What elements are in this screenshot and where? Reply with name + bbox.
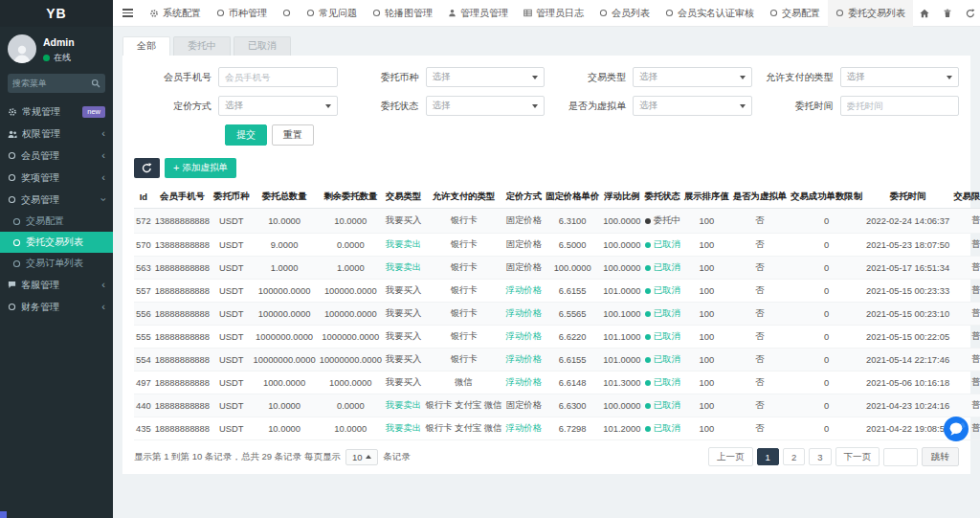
- cell-status: 已取消: [642, 234, 682, 257]
- sidebar-item[interactable]: 财务管理‹: [0, 296, 113, 318]
- cell-time: 2021-05-23 18:07:50: [864, 234, 951, 257]
- pay-type-select[interactable]: 选择: [840, 67, 960, 87]
- online-label: 在线: [54, 52, 71, 64]
- sidebar-item-label: 财务管理: [21, 301, 101, 314]
- tab-全部[interactable]: 全部: [122, 36, 170, 56]
- filter-status: 委托状态选择: [342, 96, 546, 116]
- member-phone-field[interactable]: [225, 72, 331, 82]
- page-button-1[interactable]: 1: [757, 448, 779, 465]
- cell-phone: 18888888888: [153, 280, 212, 303]
- time-field[interactable]: [847, 101, 953, 111]
- topnav-item[interactable]: 委托交易列表: [828, 0, 913, 27]
- table-body: 57213888888888USDT10.000010.0000我要买入银行卡固…: [134, 209, 980, 440]
- cell-sort: 100: [682, 372, 731, 394]
- cell-status: 已取消: [642, 303, 682, 326]
- sidebar-item[interactable]: 奖项管理‹: [0, 167, 113, 189]
- column-header: Id: [134, 186, 153, 209]
- sidebar-subitem-label: 交易配置: [26, 214, 105, 228]
- topnav-right: Admin: [913, 0, 980, 27]
- cell-sort: 100: [682, 234, 731, 257]
- topnav-item-label: 管理员管理: [460, 7, 508, 20]
- filter-pay-type: 允许支付的类型选择: [756, 67, 960, 87]
- topnav-item[interactable]: [275, 0, 299, 27]
- reset-button[interactable]: 重置: [272, 124, 314, 146]
- sidebar-item[interactable]: 客服管理‹: [0, 274, 113, 296]
- refresh-icon[interactable]: [959, 0, 980, 27]
- topnav-item[interactable]: 交易配置: [762, 0, 828, 27]
- cell-trade-type: 我要买入: [384, 209, 424, 234]
- caret-down-icon: [740, 76, 746, 79]
- refresh-table-button[interactable]: [134, 158, 160, 178]
- cell-price: 6.6155: [544, 349, 601, 372]
- menu-search-input[interactable]: [12, 79, 91, 88]
- hamburger-menu-icon[interactable]: [113, 0, 142, 27]
- topnav-item[interactable]: 系统配置: [142, 0, 209, 27]
- topnav-item[interactable]: 管理员管理: [440, 0, 516, 27]
- sidebar-item[interactable]: 交易管理‹: [0, 189, 113, 211]
- filter-label: 是否为虚拟单: [548, 100, 633, 113]
- column-header: 委托状态: [642, 186, 682, 209]
- cell-total: 9.0000: [252, 234, 318, 257]
- home-icon[interactable]: [913, 0, 936, 27]
- circle-icon: [599, 9, 608, 17]
- sidebar-item[interactable]: 常规管理new: [0, 101, 113, 123]
- topnav-item[interactable]: 管理员日志: [516, 0, 591, 27]
- cell-phone: 18888888888: [153, 372, 212, 394]
- topnav-item[interactable]: 轮播图管理: [365, 0, 440, 27]
- cell-status: 委托中: [642, 209, 682, 234]
- column-header: 允许支付的类型: [423, 186, 503, 209]
- topnav-items: 系统配置币种管理常见问题轮播图管理管理员管理管理员日志会员列表会员实名认证审核交…: [142, 0, 913, 27]
- coin-select[interactable]: 选择: [426, 67, 546, 87]
- filter-actions: 提交 重置: [225, 124, 959, 146]
- cell-virtual: 否: [731, 326, 789, 349]
- next-page-button[interactable]: 下一页: [835, 447, 880, 466]
- topnav-item-label: 交易配置: [782, 7, 820, 20]
- sidebar-subitem[interactable]: 交易订单列表: [0, 253, 113, 274]
- cell-id: 435: [134, 417, 153, 440]
- page-button-3[interactable]: 3: [809, 448, 831, 465]
- topnav-item[interactable]: 币种管理: [209, 0, 275, 27]
- page-size-select[interactable]: 10: [345, 449, 379, 465]
- status-dot-icon: [645, 357, 651, 363]
- column-header: 会员手机号: [153, 186, 212, 209]
- chevron-left-icon: ‹: [101, 280, 105, 290]
- page-button-2[interactable]: 2: [783, 448, 805, 465]
- jump-page-input[interactable]: [883, 448, 918, 466]
- status-select[interactable]: 选择: [426, 96, 546, 116]
- pricing-select[interactable]: 选择: [218, 96, 338, 116]
- sidebar-item-label: 常规管理: [22, 105, 80, 119]
- jump-button[interactable]: 跳转: [922, 447, 959, 466]
- search-icon[interactable]: [91, 79, 100, 88]
- cell-time: 2021-05-17 16:51:34: [864, 257, 951, 280]
- gear-icon: [149, 9, 159, 18]
- cell-time: 2021-05-06 10:16:18: [864, 372, 951, 394]
- cell-total: 1.0000: [252, 257, 318, 280]
- sidebar-subitem[interactable]: 委托交易列表: [0, 232, 113, 253]
- chat-button[interactable]: [944, 417, 969, 441]
- sidebar-item-label: 会员管理: [21, 149, 101, 163]
- table-row: 57213888888888USDT10.000010.0000我要买入银行卡固…: [134, 209, 980, 234]
- topnav-item[interactable]: 会员列表: [591, 0, 657, 27]
- sidebar-subitem[interactable]: 交易配置: [0, 211, 113, 232]
- topnav-item[interactable]: 常见问题: [299, 0, 365, 27]
- virtual-select[interactable]: 选择: [633, 96, 752, 116]
- submit-button[interactable]: 提交: [225, 124, 267, 146]
- cell-remain: 100000.0000: [318, 303, 384, 326]
- topnav-item[interactable]: 会员实名认证审核: [657, 0, 762, 27]
- cell-coin: USDT: [212, 234, 252, 257]
- prev-page-button[interactable]: 上一页: [708, 447, 753, 466]
- cell-id: 570: [134, 234, 153, 257]
- cell-total: 10.0000: [252, 394, 318, 417]
- trash-icon[interactable]: [936, 0, 959, 27]
- tab-委托中[interactable]: 委托中: [173, 36, 231, 56]
- cell-level: 普通会员: [951, 394, 980, 417]
- comment-icon: [8, 281, 16, 289]
- orders-table: Id会员手机号委托币种委托总数量剩余委托数量交易类型允许支付的类型定价方式固定价…: [134, 186, 980, 440]
- sidebar-item[interactable]: 权限管理‹: [0, 123, 113, 145]
- trade-type-select[interactable]: 选择: [633, 67, 752, 87]
- sidebar-item[interactable]: 会员管理‹: [0, 145, 113, 167]
- new-badge: new: [82, 106, 105, 118]
- add-virtual-order-button[interactable]: + 添加虚拟单: [165, 158, 236, 178]
- cell-virtual: 否: [731, 303, 789, 326]
- tab-已取消[interactable]: 已取消: [234, 36, 291, 56]
